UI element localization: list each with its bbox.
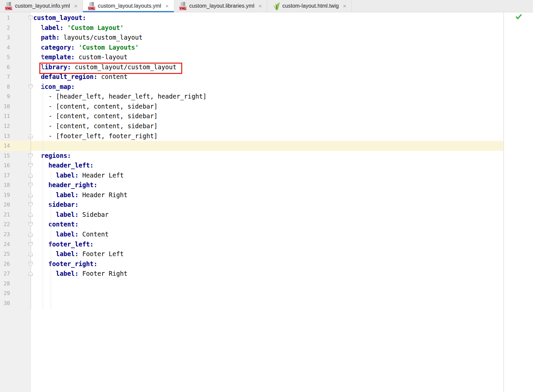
tab-custom_layout.info.yml[interactable]: YMLcustom_layout.info.yml✕: [0, 0, 83, 12]
code-line[interactable]: 27 label: Footer Right: [0, 269, 533, 279]
line-number: 26: [0, 259, 10, 269]
yaml-plain-text: - [content, content, sidebar]: [33, 113, 158, 120]
tab-label: custom-layout.html.twig: [282, 3, 338, 9]
code-line[interactable]: 20 sidebar:: [0, 200, 533, 210]
code-text: custom_layout:: [33, 13, 86, 23]
line-number: 3: [0, 33, 10, 43]
yaml-key: header_left:: [48, 162, 94, 169]
tab-custom-layout.html.twig[interactable]: custom-layout.html.twig✕: [267, 0, 351, 12]
code-line[interactable]: 8 icon_map:: [0, 82, 533, 92]
yaml-plain-text: [33, 152, 41, 159]
code-line[interactable]: 17 label: Header Left: [0, 171, 533, 181]
code-line[interactable]: 13 - [footer_left, footer_right]: [0, 131, 533, 141]
fold-end-marker-icon[interactable]: [28, 212, 33, 217]
svg-text:YML: YML: [179, 7, 186, 10]
yaml-key: sidebar:: [48, 201, 78, 208]
fold-start-marker-icon[interactable]: [28, 202, 33, 207]
code-line[interactable]: 23 label: Content: [0, 229, 533, 239]
line-number: 30: [0, 298, 10, 308]
tab-close-icon[interactable]: ✕: [258, 3, 263, 9]
code-line[interactable]: 16 header_left:: [0, 161, 533, 171]
fold-end-marker-icon[interactable]: [28, 251, 33, 256]
code-line[interactable]: 19 label: Header Right: [0, 190, 533, 200]
fold-start-marker-icon[interactable]: [28, 222, 33, 227]
fold-end-marker-icon[interactable]: [28, 271, 33, 276]
yaml-plain-text: Sidebar: [79, 211, 109, 218]
yaml-plain-text: Header Right: [79, 192, 128, 198]
inspections-ok-checkmark-icon[interactable]: [515, 13, 522, 20]
line-number: 14: [0, 141, 10, 151]
yaml-plain-text: [75, 44, 78, 51]
fold-start-marker-icon[interactable]: [28, 261, 33, 266]
code-line[interactable]: 21 label: Sidebar: [0, 210, 533, 220]
fold-end-marker-icon[interactable]: [28, 193, 33, 197]
code-line[interactable]: 18 header_right:: [0, 180, 533, 190]
code-line[interactable]: 29: [0, 288, 533, 298]
tab-close-icon[interactable]: ✕: [342, 3, 347, 9]
code-text: icon_map:: [33, 82, 75, 92]
fold-end-marker-icon[interactable]: [28, 232, 33, 237]
svg-text:YML: YML: [88, 7, 95, 10]
yaml-key: regions:: [41, 152, 71, 159]
yaml-plain-text: [33, 201, 48, 208]
fold-start-marker-icon[interactable]: [28, 183, 33, 188]
tab-custom_layout.layouts.yml[interactable]: YMLcustom_layout.layouts.yml✕: [83, 0, 174, 12]
yaml-plain-text: [33, 24, 41, 31]
yaml-plain-text: - [content, content, sidebar]: [33, 103, 158, 110]
yaml-plain-text: content: [97, 73, 127, 80]
code-line[interactable]: 15 regions:: [0, 151, 533, 161]
code-line[interactable]: 9 - [header_left, header_left, header_ri…: [0, 92, 533, 102]
fold-start-marker-icon[interactable]: [28, 15, 33, 20]
code-text: - [header_left, header_left, header_righ…: [33, 92, 207, 102]
code-line[interactable]: 1custom_layout:: [0, 13, 533, 23]
code-line[interactable]: 24 footer_left:: [0, 239, 533, 249]
code-line[interactable]: 30: [0, 298, 533, 308]
line-number: 16: [0, 161, 10, 171]
yaml-plain-text: Footer Right: [79, 270, 128, 277]
tab-label: custom_layout.layouts.yml: [98, 3, 161, 9]
yaml-plain-text: [33, 192, 56, 198]
code-text: path: layouts/custom_layout: [33, 33, 143, 43]
line-number: 21: [0, 210, 10, 220]
code-line[interactable]: 3 path: layouts/custom_layout: [0, 33, 533, 43]
code-text: content:: [33, 219, 79, 229]
yaml-plain-text: [33, 44, 41, 51]
code-text: label: Header Left: [33, 171, 124, 181]
code-line[interactable]: 4 category: 'Custom Layouts': [0, 43, 533, 53]
code-line[interactable]: 5 template: custom-layout: [0, 52, 533, 62]
code-line[interactable]: 2 label: 'Custom Layout': [0, 23, 533, 33]
tab-custom_layout.libraries.yml[interactable]: YMLcustom_layout.libraries.yml✕: [174, 0, 267, 12]
fold-start-marker-icon[interactable]: [28, 153, 33, 158]
code-line[interactable]: 12 - [content, content, sidebar]: [0, 121, 533, 131]
fold-start-marker-icon[interactable]: [28, 242, 33, 247]
yaml-plain-text: [33, 270, 56, 277]
line-number: 27: [0, 269, 10, 279]
code-line[interactable]: 11 - [content, content, sidebar]: [0, 111, 533, 121]
tab-label: custom_layout.info.yml: [15, 3, 70, 9]
yaml-key: custom_layout:: [33, 14, 86, 21]
fold-end-marker-icon[interactable]: [28, 134, 33, 139]
line-number: 1: [0, 13, 10, 23]
yaml-plain-text: - [footer_left, footer_right]: [33, 133, 158, 140]
tab-close-icon[interactable]: ✕: [73, 3, 78, 9]
code-line[interactable]: 28: [0, 279, 533, 289]
fold-end-marker-icon[interactable]: [28, 173, 33, 178]
editor-area[interactable]: 1custom_layout:2 label: 'Custom Layout'3…: [0, 12, 533, 392]
code-text: - [footer_left, footer_right]: [33, 131, 158, 141]
fold-start-marker-icon[interactable]: [28, 84, 33, 89]
code-line[interactable]: 14: [0, 141, 503, 151]
code-line[interactable]: 26 footer_right:: [0, 259, 533, 269]
fold-start-marker-icon[interactable]: [28, 163, 33, 168]
yaml-plain-text: [33, 231, 56, 238]
yaml-string-value: 'Custom Layout': [67, 24, 124, 31]
line-number: 29: [0, 288, 10, 298]
tab-label: custom_layout.libraries.yml: [189, 3, 255, 9]
code-text: label: Content: [33, 229, 109, 239]
code-line[interactable]: 22 content:: [0, 219, 533, 229]
twig-file-icon: [272, 2, 280, 11]
code-line[interactable]: 10 - [content, content, sidebar]: [0, 102, 533, 112]
tab-close-icon[interactable]: ✕: [165, 3, 170, 9]
code-line[interactable]: 25 label: Footer Left: [0, 249, 533, 259]
code-text: template: custom-layout: [33, 52, 128, 62]
svg-text:YML: YML: [5, 7, 12, 10]
